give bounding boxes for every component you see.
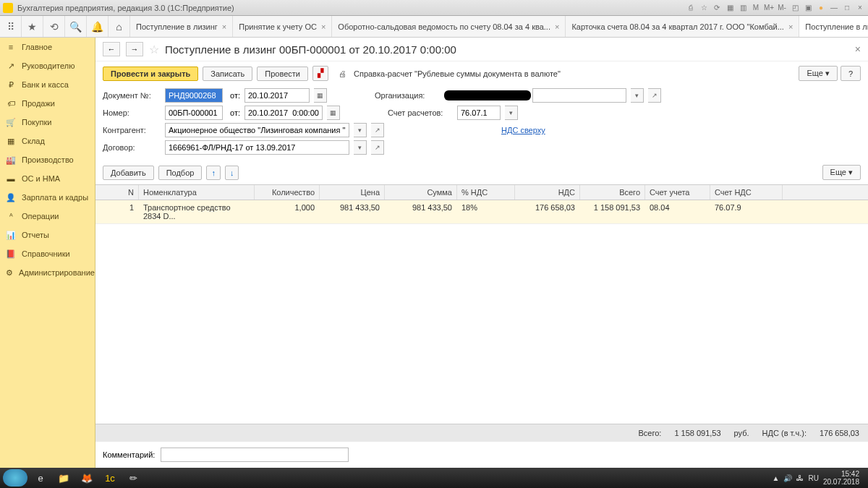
- sidebar-item-sales[interactable]: 🏷Продажи: [0, 94, 95, 113]
- grid-row[interactable]: 1 Транспортное средство 2834 D... 1,000 …: [95, 200, 868, 224]
- sys-icon[interactable]: M: [751, 3, 761, 13]
- tab-close-icon[interactable]: ×: [321, 22, 326, 31]
- sys-icon[interactable]: ▦: [725, 3, 735, 13]
- tab[interactable]: Оборотно-сальдовая ведомость по счету 08…: [332, 16, 566, 37]
- sidebar-item-hr[interactable]: 👤Зарплата и кадры: [0, 188, 95, 207]
- tab-close-icon[interactable]: ×: [222, 22, 226, 31]
- sys-icon[interactable]: ▥: [738, 3, 748, 13]
- col-nom[interactable]: Номенклатура: [139, 185, 255, 200]
- open-icon[interactable]: ↗: [371, 123, 384, 137]
- more-button[interactable]: Еще ▾: [822, 165, 861, 180]
- bell-icon[interactable]: 🔔: [87, 16, 109, 37]
- minimize-icon[interactable]: —: [829, 3, 839, 13]
- sidebar-item-bank[interactable]: ₽Банк и касса: [0, 75, 95, 94]
- sidebar-item-refs[interactable]: 📕Справочники: [0, 244, 95, 263]
- doc-close-icon[interactable]: ×: [855, 43, 861, 55]
- sidebar-item-admin[interactable]: ⚙Администрирование: [0, 263, 95, 282]
- sidebar: ≡Главное ↗Руководителю ₽Банк и касса 🏷Пр…: [0, 38, 95, 468]
- firefox-icon[interactable]: 🦊: [77, 469, 97, 487]
- tab-active[interactable]: Поступление в лизинг 00БП-000001 от 20.1…: [799, 16, 868, 37]
- contract-input[interactable]: [165, 140, 349, 155]
- favorite-icon[interactable]: ☆: [149, 43, 159, 56]
- app-icon[interactable]: ✏: [123, 469, 143, 487]
- counterparty-input[interactable]: [165, 123, 349, 137]
- select-button[interactable]: Подбор: [158, 166, 203, 180]
- tray-icon[interactable]: 🔊: [783, 474, 792, 482]
- col-total[interactable]: Всего: [580, 185, 645, 200]
- lang-indicator[interactable]: RU: [808, 474, 818, 482]
- forward-button[interactable]: →: [126, 42, 143, 56]
- account-input[interactable]: [457, 106, 501, 120]
- sys-icon[interactable]: ⎙: [686, 3, 696, 13]
- open-icon[interactable]: ↗: [648, 88, 661, 103]
- doc-no-input[interactable]: [165, 88, 223, 103]
- sys-icon[interactable]: ⟳: [712, 3, 722, 13]
- move-up-button[interactable]: ↑: [206, 166, 221, 180]
- open-icon[interactable]: ↗: [371, 140, 384, 155]
- dropdown-icon[interactable]: ▾: [354, 140, 367, 155]
- sidebar-item-assets[interactable]: ▬ОС и НМА: [0, 169, 95, 188]
- calendar-icon[interactable]: ▦: [327, 106, 340, 120]
- maximize-icon[interactable]: □: [842, 3, 852, 13]
- 1c-icon[interactable]: 1c: [100, 469, 120, 487]
- print-link[interactable]: Справка-расчет "Рублевые суммы документа…: [351, 69, 561, 78]
- col-acc1[interactable]: Счет учета: [645, 185, 710, 200]
- sys-icon[interactable]: ☆: [699, 3, 709, 13]
- history-icon[interactable]: ⟲: [43, 16, 65, 37]
- sidebar-item-purchases[interactable]: 🛒Покупки: [0, 113, 95, 132]
- dropdown-icon[interactable]: ▾: [631, 88, 644, 103]
- ie-icon[interactable]: e: [30, 469, 51, 487]
- sys-icon[interactable]: M-: [777, 3, 787, 13]
- tray-icon[interactable]: ▲: [773, 474, 780, 482]
- sys-icon[interactable]: ◰: [790, 3, 800, 13]
- movements-button[interactable]: ▞: [312, 66, 328, 81]
- calendar-icon[interactable]: ▦: [314, 88, 327, 103]
- sidebar-item-operations[interactable]: ᴬОперации: [0, 207, 95, 226]
- sys-icon[interactable]: ●: [816, 3, 826, 13]
- tab[interactable]: Принятие к учету ОС×: [233, 16, 332, 37]
- sidebar-item-warehouse[interactable]: ▦Склад: [0, 132, 95, 150]
- move-down-button[interactable]: ↓: [225, 166, 239, 180]
- col-pnds[interactable]: % НДС: [457, 185, 515, 200]
- close-icon[interactable]: ×: [855, 3, 865, 13]
- explorer-icon[interactable]: 📁: [54, 469, 74, 487]
- col-qty[interactable]: Количество: [255, 185, 320, 200]
- post-button[interactable]: Провести: [257, 67, 308, 81]
- star-icon[interactable]: ★: [22, 16, 43, 37]
- sidebar-item-reports[interactable]: 📊Отчеты: [0, 226, 95, 244]
- dropdown-icon[interactable]: ▾: [354, 123, 367, 137]
- comment-input[interactable]: [161, 448, 349, 462]
- add-button[interactable]: Добавить: [103, 166, 154, 180]
- col-acc2[interactable]: Счет НДС: [710, 185, 783, 200]
- post-and-close-button[interactable]: Провести и закрыть: [103, 67, 198, 81]
- col-price[interactable]: Цена: [320, 185, 385, 200]
- datetime-input[interactable]: [244, 106, 323, 120]
- sys-icon[interactable]: ▣: [803, 3, 813, 13]
- tray-icon[interactable]: 🖧: [796, 474, 804, 482]
- nds-link[interactable]: НДС сверху: [501, 126, 545, 134]
- more-button[interactable]: Еще ▾: [799, 66, 837, 81]
- search-icon[interactable]: 🔍: [65, 16, 87, 37]
- col-nds[interactable]: НДС: [515, 185, 580, 200]
- sidebar-item-production[interactable]: 🏭Производство: [0, 150, 95, 169]
- date-input[interactable]: [244, 88, 310, 103]
- back-button[interactable]: ←: [103, 42, 120, 56]
- tab[interactable]: Карточка счета 08.04 за 4 квартал 2017 г…: [566, 16, 799, 37]
- dropdown-icon[interactable]: ▾: [505, 106, 518, 120]
- number-input[interactable]: [165, 106, 223, 120]
- tab-close-icon[interactable]: ×: [788, 22, 793, 31]
- home-icon[interactable]: ⌂: [109, 16, 130, 37]
- start-button[interactable]: [3, 469, 27, 487]
- col-n[interactable]: N: [95, 185, 139, 200]
- clock[interactable]: 15:42 20.07.2018: [823, 470, 859, 486]
- sidebar-item-main[interactable]: ≡Главное: [0, 38, 95, 56]
- sys-icon[interactable]: M+: [764, 3, 774, 13]
- tab[interactable]: Поступление в лизинг×: [130, 16, 233, 37]
- sidebar-item-manager[interactable]: ↗Руководителю: [0, 56, 95, 75]
- save-button[interactable]: Записать: [203, 67, 252, 81]
- apps-icon[interactable]: ⠿: [0, 16, 22, 37]
- col-sum[interactable]: Сумма: [385, 185, 457, 200]
- org-input[interactable]: [532, 88, 626, 103]
- help-button[interactable]: ?: [841, 66, 861, 81]
- tab-close-icon[interactable]: ×: [555, 22, 559, 31]
